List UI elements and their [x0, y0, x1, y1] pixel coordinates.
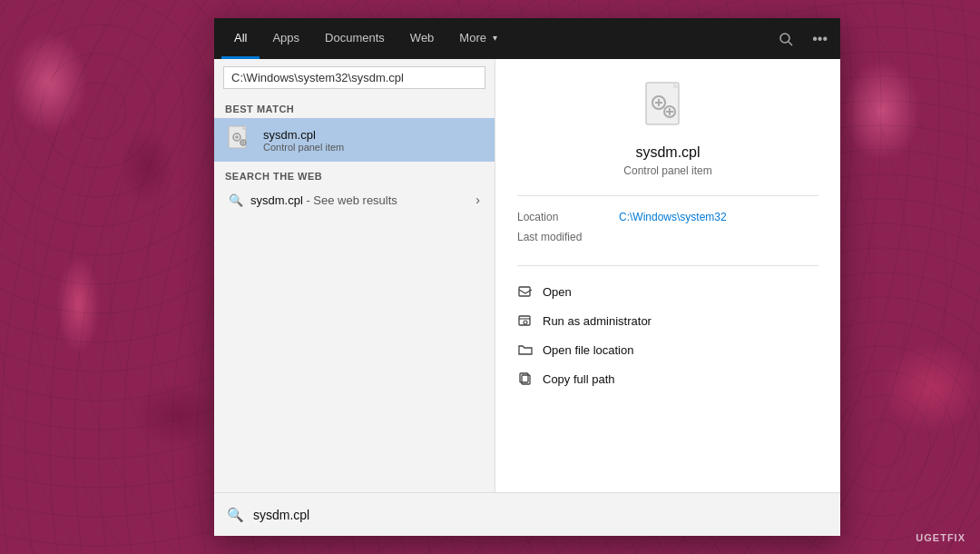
open-icon [517, 283, 534, 300]
web-search-section: Search the web 🔍 sysdm.cpl - See web res… [214, 162, 495, 216]
search-input-box [223, 66, 485, 89]
chevron-down-icon: ▾ [493, 33, 497, 43]
bottom-bar: 🔍 sysdm.cpl [214, 492, 840, 536]
search-window: All Apps Documents Web More ▾ [214, 18, 840, 536]
right-title: sysdm.cpl [635, 144, 700, 161]
location-row: Location C:\Windows\system32 [517, 211, 818, 223]
chevron-right-icon: › [475, 193, 480, 207]
web-search-text: sysdm.cpl - See web results [250, 193, 397, 207]
nav-bar: All Apps Documents Web More ▾ [214, 18, 840, 59]
tab-web[interactable]: Web [397, 18, 447, 59]
last-modified-row: Last modified [517, 231, 818, 243]
search-icon: 🔍 [229, 193, 243, 207]
svg-point-0 [780, 34, 789, 43]
result-subtitle: Control panel item [263, 142, 344, 153]
open-action[interactable]: Open [517, 281, 818, 302]
tab-all[interactable]: All [221, 18, 260, 59]
nav-tabs: All Apps Documents Web More ▾ [221, 18, 510, 59]
run-admin-label: Run as administrator [543, 314, 652, 328]
meta-table: Location C:\Windows\system32 Last modifi… [517, 211, 818, 266]
result-title: sysdm.cpl [263, 128, 344, 142]
main-content: Best match sysdm [214, 59, 840, 492]
copy-path-label: Copy full path [543, 372, 615, 386]
right-header: sysdm.cpl Control panel item [517, 77, 818, 196]
svg-point-23 [524, 321, 527, 324]
more-options-button[interactable]: ••• [807, 27, 833, 51]
web-search-item[interactable]: 🔍 sysdm.cpl - See web results › [225, 187, 484, 213]
action-list: Open Run as administrator [517, 281, 818, 390]
location-label: Location [517, 211, 608, 223]
nav-actions: ••• [772, 18, 833, 59]
bottom-search-icon: 🔍 [227, 507, 244, 523]
best-match-item[interactable]: sysdm.cpl Control panel item [214, 118, 495, 162]
right-subtitle: Control panel item [623, 164, 711, 177]
bottom-query[interactable]: sysdm.cpl [253, 508, 309, 522]
admin-icon [517, 312, 534, 329]
search-online-button[interactable] [772, 27, 799, 51]
web-search-label: Search the web [225, 171, 484, 182]
run-admin-action[interactable]: Run as administrator [517, 310, 818, 331]
copy-icon [517, 371, 534, 387]
result-text: sysdm.cpl Control panel item [263, 128, 344, 153]
left-panel: Best match sysdm [214, 59, 495, 492]
last-modified-label: Last modified [517, 231, 608, 243]
folder-icon [517, 341, 534, 358]
best-match-label: Best match [214, 96, 495, 118]
open-label: Open [543, 285, 572, 299]
search-input[interactable] [231, 71, 477, 84]
search-input-area [214, 59, 495, 96]
tab-documents[interactable]: Documents [312, 18, 397, 59]
svg-line-1 [789, 42, 792, 45]
copy-path-action[interactable]: Copy full path [517, 368, 818, 390]
tab-more[interactable]: More ▾ [446, 18, 510, 59]
web-search-left: 🔍 sysdm.cpl - See web results [229, 193, 397, 207]
open-location-label: Open file location [543, 343, 633, 357]
person-search-icon [778, 31, 794, 47]
watermark: UGETFIX [916, 532, 965, 543]
location-value[interactable]: C:\Windows\system32 [619, 211, 727, 223]
right-panel: sysdm.cpl Control panel item Location C:… [495, 59, 840, 492]
cpl-icon-small [225, 125, 254, 154]
ellipsis-icon: ••• [812, 31, 828, 47]
cpl-icon-large [639, 77, 697, 135]
tab-apps[interactable]: Apps [260, 18, 312, 59]
open-location-action[interactable]: Open file location [517, 339, 818, 361]
